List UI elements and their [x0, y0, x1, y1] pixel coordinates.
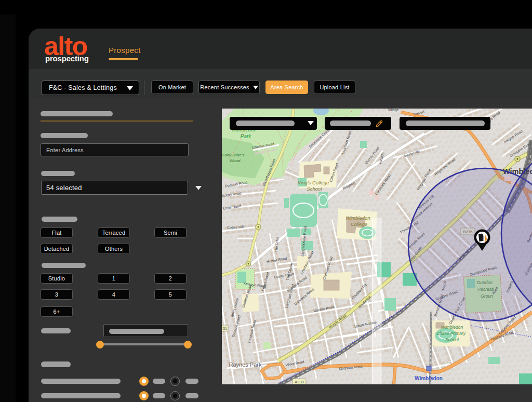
svg-text:Village: Village	[388, 109, 399, 112]
svg-text:Chase Primary: Chase Primary	[436, 331, 466, 336]
svg-text:College: College	[351, 221, 367, 227]
svg-text:31: 31	[223, 327, 227, 330]
svg-text:Wimbledon: Wimbledon	[441, 325, 463, 330]
svg-text:Wimbledon: Wimbledon	[415, 376, 443, 381]
svg-text:Raynes Park: Raynes Park	[229, 361, 262, 368]
svg-text:Wood: Wood	[230, 158, 241, 163]
svg-text:A238: A238	[295, 380, 304, 384]
svg-text:School: School	[445, 337, 459, 342]
svg-text:Park: Park	[241, 133, 252, 139]
svg-text:Lady Jane's: Lady Jane's	[222, 153, 244, 157]
svg-text:Wimbledon: Wimbledon	[345, 215, 370, 221]
svg-text:School: School	[307, 186, 322, 192]
svg-text:King's College: King's College	[298, 180, 329, 185]
